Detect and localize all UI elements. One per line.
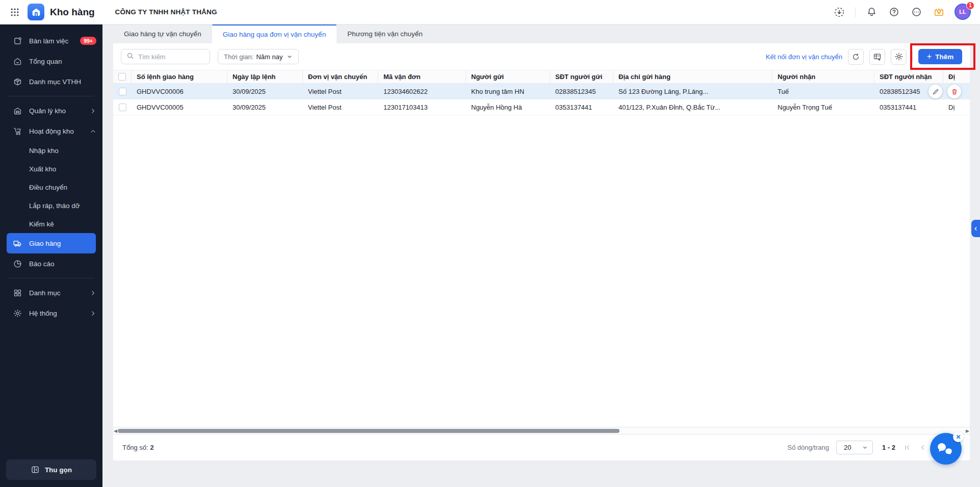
connect-carrier-link[interactable]: Kết nối đơn vị vận chuyển <box>766 53 842 61</box>
chevron-down-icon <box>287 54 293 60</box>
sidebar-item-hoat-dong-kho[interactable]: Hoạt động kho <box>0 121 102 141</box>
row-checkbox[interactable] <box>119 88 126 95</box>
table-row[interactable]: GHDVVC0000630/09/2025Viettel Post1230346… <box>113 84 970 99</box>
tab-bar: Giao hàng tự vận chuyểnGiao hàng qua đơn… <box>102 24 980 43</box>
cell: 123034602622 <box>378 84 466 99</box>
column-header[interactable]: Người nhận <box>772 70 874 83</box>
column-header[interactable]: Người gửi <box>466 70 550 83</box>
topbar-divider <box>855 7 856 17</box>
scrollbar-thumb[interactable] <box>118 429 620 433</box>
cell: Viettel Post <box>303 84 378 99</box>
more-options-icon[interactable] <box>910 6 923 19</box>
notifications-bell-icon[interactable] <box>865 6 878 19</box>
help-icon[interactable] <box>887 6 900 19</box>
cell: 0353137441 <box>550 99 613 115</box>
column-header[interactable]: Đơn vị vận chuyển <box>303 70 378 83</box>
tab-1[interactable]: Giao hàng tự vận chuyển <box>113 24 212 43</box>
table-toolbar: Thời gian: Năm nay Kết nối đơn vị vận ch… <box>113 43 970 70</box>
sidebar-item-label: Quản lý kho <box>29 107 66 115</box>
column-header[interactable]: SĐT người gửi <box>550 70 613 83</box>
sidebar-item-lap-rap-thao-do[interactable]: Lắp ráp, tháo dỡ <box>0 196 102 215</box>
select-all-cell <box>113 70 132 83</box>
sidebar-item-danh-muc[interactable]: Danh mục <box>0 283 102 303</box>
table-footer: Tổng số:2 Số dòng/trang 20 1 - 2 <box>113 434 970 460</box>
column-header[interactable]: Mã vận đơn <box>378 70 466 83</box>
app-logo-icon[interactable] <box>28 4 44 20</box>
avatar-notification-badge: 1 <box>966 2 974 10</box>
time-filter-dropdown[interactable]: Thời gian: Năm nay <box>218 49 299 64</box>
horizontal-scrollbar[interactable]: ◀ ▶ <box>113 427 970 434</box>
sidebar-item-he-thong[interactable]: Hệ thống <box>0 303 102 323</box>
sidebar-item-quan-ly-kho[interactable]: Quản lý kho <box>0 100 102 121</box>
chevron-down-icon <box>862 445 868 450</box>
tab-2[interactable]: Giao hàng qua đơn vị vận chuyển <box>212 24 337 43</box>
tab-3[interactable]: Phương tiện vận chuyển <box>337 24 433 43</box>
chevron-right-icon <box>90 290 96 296</box>
sidebar-item-giao-hang[interactable]: Giao hàng <box>7 233 96 253</box>
sidebar-item-label: Danh mục <box>29 289 61 297</box>
warehouse-icon <box>12 106 22 116</box>
topbar-actions: LL 1 <box>833 4 972 21</box>
column-header[interactable]: SĐT người nhận <box>874 70 943 83</box>
app-launcher-icon[interactable] <box>8 6 21 19</box>
side-panel-toggle[interactable] <box>971 220 980 237</box>
search-box[interactable] <box>121 49 210 64</box>
rows-per-page-select[interactable]: 20 <box>836 441 873 454</box>
sidebar-item-label: Điều chuyển <box>29 184 67 191</box>
chat-close-icon[interactable]: ✕ <box>953 431 964 442</box>
total-count: Tổng số:2 <box>122 444 154 451</box>
sidebar: Bàn làm việc99+Tổng quanDanh mục VTHHQuả… <box>0 24 102 487</box>
column-header[interactable]: Địa chỉ gửi hàng <box>613 70 772 83</box>
scroll-left-arrow-icon[interactable]: ◀ <box>114 428 117 433</box>
export-columns-button[interactable] <box>869 49 885 65</box>
scroll-right-arrow-icon[interactable]: ▶ <box>966 428 969 433</box>
sidebar-item-xuat-kho[interactable]: Xuất kho <box>0 160 102 178</box>
chat-bubbles-icon <box>936 439 956 458</box>
add-button[interactable]: + Thêm <box>918 49 962 64</box>
chat-support-button[interactable]: ✕ <box>930 433 962 465</box>
sidebar-item-bao-cao[interactable]: Báo cáo <box>0 253 102 274</box>
column-header[interactable]: Đị <box>943 70 970 83</box>
table-settings-button[interactable] <box>891 49 907 65</box>
page-range: 1 - 2 <box>882 444 895 451</box>
cell: 401/123, P.Xuân Đỉnh, Q.Bắc Từ... <box>613 99 772 115</box>
sidebar-item-kiem-ke[interactable]: Kiểm kê <box>0 215 102 233</box>
tips-lightbulb-icon[interactable] <box>932 6 945 19</box>
sidebar-item-tong-quan[interactable]: Tổng quan <box>0 51 102 71</box>
cell: 0353137441 <box>874 99 943 115</box>
notification-count-badge: 99+ <box>80 37 96 45</box>
sidebar-item-nhap-kho[interactable]: Nhập kho <box>0 141 102 160</box>
edit-row-button[interactable] <box>929 85 942 98</box>
table-header-row: Số lệnh giao hàngNgày lập lệnhĐơn vị vận… <box>113 70 970 84</box>
column-header[interactable]: Ngày lập lệnh <box>227 70 303 83</box>
pager-first-icon[interactable] <box>899 440 915 455</box>
column-header[interactable]: Số lệnh giao hàng <box>132 70 227 83</box>
sidebar-item-label: Hệ thống <box>29 310 57 317</box>
user-avatar[interactable]: LL 1 <box>955 4 972 21</box>
update-download-icon[interactable] <box>833 6 846 19</box>
cell: GHDVVC00005 <box>132 99 227 115</box>
time-filter-label: Thời gian: <box>224 53 253 61</box>
cell: 123017103413 <box>378 99 466 115</box>
rows-per-page-label: Số dòng/trang <box>787 444 829 451</box>
row-actions <box>929 85 961 98</box>
search-icon <box>126 52 134 62</box>
cell: Tuế <box>772 84 874 99</box>
sidebar-item-label: Danh mục VTHH <box>29 78 81 86</box>
row-checkbox[interactable] <box>119 104 126 111</box>
collapse-sidebar-icon <box>31 465 40 474</box>
sidebar-collapse-button[interactable]: Thu gọn <box>6 459 96 480</box>
sidebar-item-danh-muc-vthh[interactable]: Danh mục VTHH <box>0 71 102 92</box>
sidebar-item-ban-lam-viec[interactable]: Bàn làm việc99+ <box>0 31 102 51</box>
table-row[interactable]: GHDVVC0000530/09/2025Viettel Post1230171… <box>113 99 970 115</box>
sidebar-item-dieu-chuyen[interactable]: Điều chuyển <box>0 178 102 196</box>
delete-row-button[interactable] <box>947 85 961 98</box>
sidebar-item-label: Nhập kho <box>29 147 59 155</box>
select-all-checkbox[interactable] <box>118 73 126 81</box>
refresh-button[interactable] <box>848 49 864 65</box>
page-title: Kho hàng <box>50 7 95 18</box>
pager-prev-icon[interactable] <box>915 440 930 455</box>
table-body: GHDVVC0000630/09/2025Viettel Post1230346… <box>113 84 970 115</box>
collapse-label: Thu gọn <box>45 466 72 474</box>
search-input[interactable] <box>138 53 199 61</box>
